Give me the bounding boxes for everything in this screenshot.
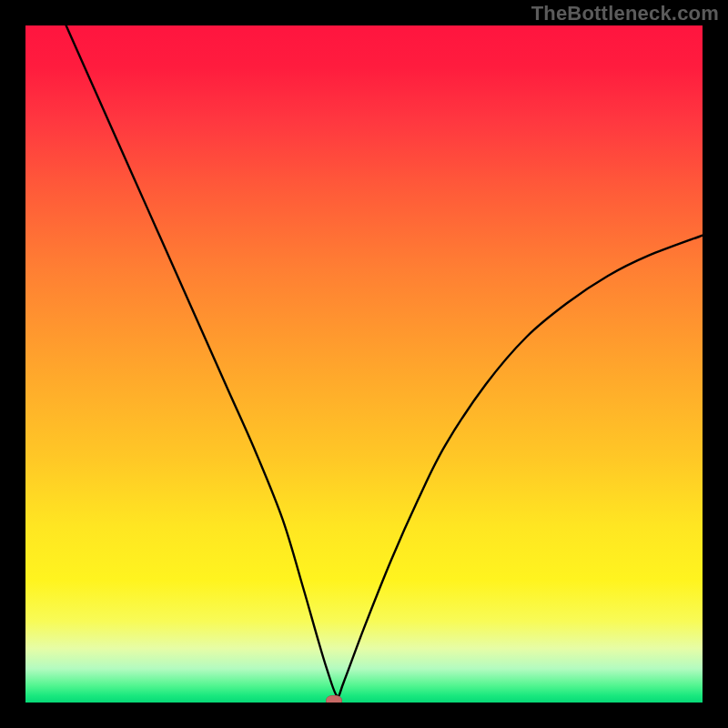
bottleneck-curve bbox=[25, 25, 703, 703]
watermark-text: TheBottleneck.com bbox=[531, 2, 719, 25]
chart-frame: TheBottleneck.com bbox=[0, 0, 728, 728]
minimum-marker bbox=[326, 695, 342, 703]
plot-area bbox=[25, 25, 703, 703]
